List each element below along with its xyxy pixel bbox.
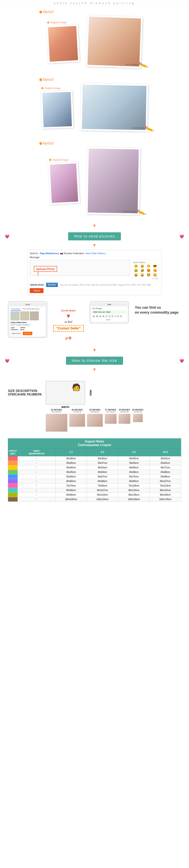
size-cell: 35x47cm (87, 461, 118, 465)
message-label-row: Message: (30, 256, 159, 259)
smiley-11[interactable]: 🤩 (146, 273, 152, 277)
size-cell: 35x35cm (55, 461, 87, 465)
size-text-block: SIZE DESCRIPTION ОПИСАНИЕ РАЗМЕРА (8, 389, 42, 396)
size-cell: 30x45cm (118, 456, 150, 461)
key-r[interactable]: R (102, 315, 105, 317)
size-cell: 50x50cm (55, 474, 87, 479)
flag-text: 🇷🇺 Russian Federation (60, 252, 84, 255)
scroll-down-text: Scroll down (61, 309, 76, 312)
key-u[interactable]: U (111, 315, 114, 317)
phone-mockup-right: Chat The Shoppe Hello! How can I help? Q… (89, 301, 129, 323)
table-row: ✓100x100cm100x133cm100x150cm100x178cm (8, 497, 181, 502)
width-label: WIDTH (62, 406, 69, 408)
contact-section: 15:18 Description Recommended Items E Bu… (0, 299, 189, 345)
rating-value: 98.9% (11, 324, 16, 326)
key-w[interactable]: W (96, 315, 99, 317)
color-swatch-cell (8, 465, 18, 470)
smiley-12[interactable]: 😋 (152, 273, 158, 277)
cm-40-50: 40*50CM (132, 411, 144, 413)
to-find-text: to find (65, 320, 72, 323)
message-textarea[interactable]: Upload Photo (30, 260, 130, 276)
items-label: Items (20, 329, 25, 331)
size-cell: 30x40cm (87, 456, 118, 461)
smiley-10[interactable]: 😜 (139, 273, 145, 277)
aspect-table-body: ✓30x30cm30x40cm30x45cm30x53cm✓35x35cm35x… (8, 456, 181, 502)
chat-bubble: Hello! How can I help? (92, 310, 126, 314)
smiley-3[interactable]: 😁 (146, 264, 152, 268)
size-item-20: 20 INCHES 40*50CM (132, 408, 144, 432)
apply-cell: ✓ (18, 488, 55, 493)
table-row: ✓80x80cm80x107cm80x120cm80x142cm (8, 488, 181, 493)
items-num: 25968 (20, 327, 25, 329)
smiley-8[interactable]: 😘 (152, 269, 158, 272)
color-swatch-cell (8, 470, 18, 474)
size-cell: 50x75cm (118, 474, 150, 479)
original-label-1: Original image (47, 21, 79, 24)
followers-num: 2320 (11, 327, 14, 329)
key-y[interactable]: Y (108, 315, 111, 317)
contact-seller-label[interactable]: "Contact Seller" (53, 325, 84, 332)
col-header-3-2: 3:2 (118, 448, 150, 456)
size-cell: 80x80cm (55, 488, 87, 493)
layout-section-1: layout Original image size: 50x50cm ✏️ (0, 5, 189, 73)
key-o[interactable]: O (117, 315, 119, 317)
send-banner-row: 💗 How to send pictures 💗 (4, 231, 185, 242)
key-q[interactable]: Q (92, 315, 95, 317)
size-item-27: 27 INCHES 55*70CM (105, 408, 117, 432)
apply-cell: ✓ (18, 493, 55, 497)
original-photo-1 (46, 24, 80, 63)
size-cell: 30x30cm (55, 456, 87, 461)
heart-right: 💗 (179, 234, 184, 239)
counter-text: 0 / 1/9 (133, 278, 158, 280)
col-header-4-3: 4:3 (87, 448, 118, 456)
apply-cell: ✓ (18, 484, 55, 488)
size-cell: 70x105cm (118, 484, 150, 488)
how-to-choose-section: ▼ 💗 How to choose the size 💗 ▼ (0, 345, 189, 375)
smiley-2[interactable]: 😄 (139, 264, 145, 268)
key-p[interactable]: P (120, 315, 122, 317)
key-t[interactable]: T (105, 315, 108, 317)
col-header-1-1: 1:1 (55, 448, 87, 456)
table-row: ✓50x50cm50x67cm50x75cm50x89cm (8, 474, 181, 479)
heart-left: 💗 (5, 234, 10, 239)
size-tag-1: size: 50x50cm (125, 63, 138, 66)
size-cell: 60x90cm (118, 479, 150, 484)
sender-name: Olga Belabanova (40, 252, 59, 255)
table-title-ru: Соотношение сторон (78, 443, 111, 446)
view-order-history[interactable]: View Order History ↑ (85, 252, 107, 255)
tab-description[interactable]: Description (11, 308, 21, 311)
smiley-6[interactable]: 🤣 (139, 269, 145, 272)
buy-now-btn[interactable]: Buy Now (23, 332, 32, 335)
phone-left-container: 15:18 Description Recommended Items E Bu… (8, 301, 47, 338)
send-button[interactable]: Send (30, 288, 43, 293)
send-to-row: Send to: Olga Belabanova 🇷🇺 Russian Fede… (30, 252, 159, 255)
send-to-label: Send to: (30, 252, 39, 255)
browse-button[interactable]: Browse (46, 283, 58, 287)
size-cell: 100x178cm (150, 497, 181, 502)
smiley-7[interactable]: 😍 (146, 269, 152, 272)
find-us-text: You can find us on every commodity page (135, 305, 181, 315)
layout-label-2: layout (39, 77, 53, 82)
key-i[interactable]: I (114, 315, 116, 317)
size-cell: 100x150cm (118, 497, 150, 502)
cm-60-80: 60*80CM (87, 411, 103, 413)
color-swatch-cell (8, 474, 18, 479)
add-to-cart-btn[interactable]: Add To Cart (11, 332, 22, 335)
smiley-4[interactable]: 😎 (152, 264, 158, 268)
smiley-5[interactable]: 😂 (133, 269, 139, 272)
smiley-9[interactable]: 😛 (133, 273, 139, 277)
smiley-1[interactable]: 😊 (133, 264, 139, 268)
size-heart-left: 💗 (5, 359, 10, 363)
smileys-panel: Insert smileys: 😊 😄 😁 😎 😂 🤣 😍 😘 😛 😜 🤩 😋 … (132, 260, 159, 281)
size-cell: 50x67cm (87, 474, 118, 479)
send-chat-btn[interactable]: Send → (92, 319, 126, 321)
table-row: ✓35x35cm35x47cm35x53cm35x62cm (8, 461, 181, 465)
size-cell: 60x107cm (150, 479, 181, 484)
key-e[interactable]: E (99, 315, 102, 317)
apply-cell: ✓ (18, 456, 55, 461)
tab-recommended[interactable]: Recommended Items (22, 308, 40, 311)
right-info-block: You can find us on every commodity page (135, 301, 181, 315)
upload-row: Upload photo: Browse You can only upload… (30, 283, 159, 287)
color-swatch-cell (8, 493, 18, 497)
layout-row-2: Original image size: 60x40cm ✏️ (8, 84, 181, 131)
